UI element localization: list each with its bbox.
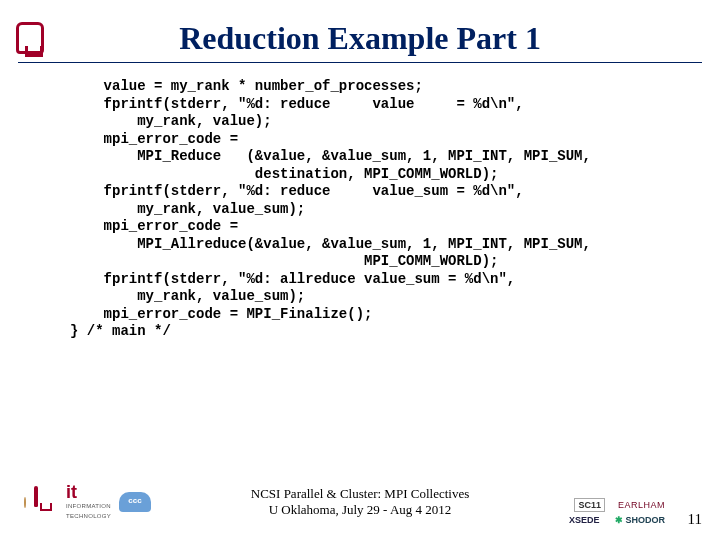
oscer-logo-icon: [24, 498, 26, 507]
footer: it INFORMATION TECHNOLOGY ccc NCSI Paral…: [0, 474, 720, 530]
shodor-logo-icon: SHODOR: [612, 514, 668, 526]
page-number: 11: [688, 511, 702, 528]
earlham-logo-icon: EARLHAM: [615, 499, 668, 511]
code-listing: value = my_rank * number_of_processes; f…: [70, 78, 670, 341]
slide-title: Reduction Example Part 1: [0, 20, 720, 57]
ou-it-logo-icon: it INFORMATION TECHNOLOGY: [66, 484, 111, 520]
footer-logos-left: it INFORMATION TECHNOLOGY ccc: [24, 484, 151, 520]
sc11-logo-icon: SC11: [574, 498, 605, 512]
ou-logo-small-icon: [34, 488, 58, 516]
xsede-logo-icon: XSEDE: [566, 514, 603, 526]
footer-logos-right: SC11 EARLHAM XSEDE SHODOR: [566, 498, 668, 526]
title-underline: [18, 62, 702, 63]
ccc-logo-icon: ccc: [119, 492, 151, 512]
